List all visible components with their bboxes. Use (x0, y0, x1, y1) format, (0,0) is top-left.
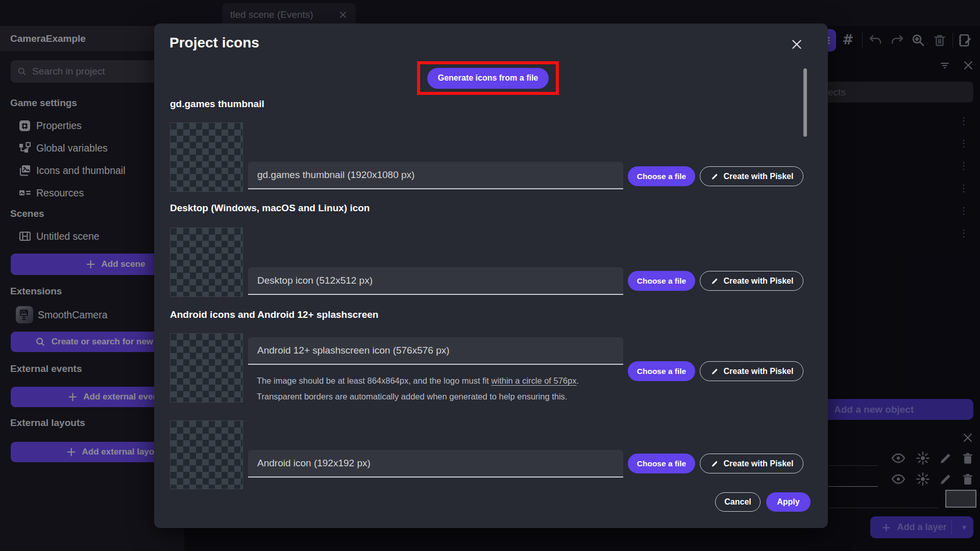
project-icons-dialog: Project icons Generate icons from a file… (154, 23, 828, 528)
desktop-icon-field[interactable]: Desktop icon (512x512 px) (248, 267, 623, 295)
create-with-piskel-button[interactable]: Create with Piskel (700, 271, 803, 291)
choose-file-button[interactable]: Choose a file (628, 271, 695, 291)
choose-file-button[interactable]: Choose a file (628, 361, 695, 381)
field-placeholder: Android icon (192x192 px) (257, 458, 371, 469)
create-with-piskel-button[interactable]: Create with Piskel (700, 361, 803, 381)
gdevelop-window: tled scene (Events) CameraExample Search… (0, 0, 980, 551)
apply-button[interactable]: Apply (766, 492, 811, 512)
cancel-button[interactable]: Cancel (715, 492, 761, 512)
brush-icon (710, 367, 719, 376)
brush-icon (710, 172, 719, 181)
desktop-icon-preview (170, 228, 243, 297)
android-help-line2: Transparent borders are automatically ad… (257, 390, 567, 403)
dialog-scrollbar-thumb[interactable] (803, 68, 807, 137)
create-with-piskel-button[interactable]: Create with Piskel (700, 454, 803, 473)
piskel-label: Create with Piskel (724, 172, 794, 181)
section-heading-desktop: Desktop (Windows, macOS and Linux) icon (170, 203, 370, 214)
section-heading-gdgames: gd.games thumbnail (170, 98, 264, 110)
help-text: The image should be at least 864x864px, … (257, 376, 492, 385)
android-splashscreen-preview (170, 333, 243, 403)
field-placeholder: Desktop icon (512x512 px) (257, 275, 373, 286)
piskel-label: Create with Piskel (724, 277, 794, 286)
piskel-label: Create with Piskel (724, 367, 794, 376)
gdgames-thumbnail-field[interactable]: gd.games thumbnail (980x551 px) (248, 162, 623, 189)
gdgames-thumbnail-preview (170, 122, 243, 192)
choose-file-button[interactable]: Choose a file (628, 166, 695, 186)
field-placeholder: Android 12+ splashscreen icon (576x576 p… (257, 345, 450, 356)
dialog-close-icon[interactable] (790, 38, 803, 51)
piskel-label: Create with Piskel (724, 459, 794, 468)
dialog-title: Project icons (169, 35, 259, 51)
android-icon-field[interactable]: Android icon (192x192 px) (248, 450, 623, 478)
create-with-piskel-button[interactable]: Create with Piskel (700, 166, 803, 186)
choose-file-button[interactable]: Choose a file (628, 454, 695, 473)
android-splashscreen-field[interactable]: Android 12+ splashscreen icon (576x576 p… (248, 337, 623, 365)
android-help-line1: The image should be at least 864x864px, … (257, 374, 579, 387)
section-heading-android: Android icons and Android 12+ splashscre… (170, 309, 378, 320)
field-placeholder: gd.games thumbnail (980x551 px) (257, 169, 414, 181)
android-icon-preview (170, 420, 243, 489)
brush-icon (710, 277, 719, 286)
highlight-rectangle: Generate icons from a file (417, 61, 559, 95)
help-text: . (576, 376, 579, 385)
help-link[interactable]: within a circle of 576px (492, 376, 577, 385)
generate-icons-button[interactable]: Generate icons from a file (427, 68, 549, 89)
brush-icon (710, 459, 719, 468)
